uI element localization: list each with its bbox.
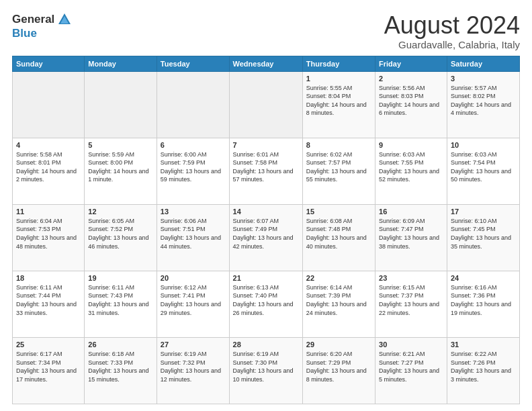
- day-info: Sunrise: 6:08 AM Sunset: 7:48 PM Dayligh…: [306, 217, 371, 250]
- day-number: 11: [16, 208, 81, 216]
- day-info: Sunrise: 5:56 AM Sunset: 8:03 PM Dayligh…: [379, 84, 443, 118]
- logo: General Blue: [12, 12, 72, 40]
- day-info: Sunrise: 6:00 AM Sunset: 7:59 PM Dayligh…: [161, 150, 226, 184]
- calendar-cell: 1Sunrise: 5:55 AM Sunset: 8:04 PM Daylig…: [302, 71, 375, 138]
- calendar-header-row: Sunday Monday Tuesday Wednesday Thursday…: [13, 56, 520, 71]
- calendar-week-row: 11Sunrise: 6:04 AM Sunset: 7:53 PM Dayli…: [13, 204, 520, 271]
- calendar-cell: 23Sunrise: 6:15 AM Sunset: 7:37 PM Dayli…: [375, 271, 447, 337]
- day-info: Sunrise: 6:18 AM Sunset: 7:33 PM Dayligh…: [88, 350, 153, 383]
- day-number: 1: [306, 75, 371, 83]
- day-number: 18: [16, 274, 81, 282]
- day-info: Sunrise: 6:17 AM Sunset: 7:34 PM Dayligh…: [16, 350, 81, 383]
- day-info: Sunrise: 5:57 AM Sunset: 8:02 PM Dayligh…: [451, 84, 516, 118]
- calendar-cell: 8Sunrise: 6:02 AM Sunset: 7:57 PM Daylig…: [302, 138, 375, 204]
- day-number: 12: [88, 208, 153, 216]
- calendar-week-row: 18Sunrise: 6:11 AM Sunset: 7:44 PM Dayli…: [13, 271, 520, 337]
- day-number: 5: [88, 141, 153, 149]
- day-info: Sunrise: 6:19 AM Sunset: 7:32 PM Dayligh…: [161, 350, 226, 383]
- day-number: 31: [451, 340, 516, 349]
- day-info: Sunrise: 6:10 AM Sunset: 7:45 PM Dayligh…: [451, 217, 516, 250]
- day-number: 13: [161, 208, 226, 216]
- day-info: Sunrise: 6:20 AM Sunset: 7:29 PM Dayligh…: [306, 350, 371, 383]
- day-number: 28: [233, 340, 299, 349]
- day-info: Sunrise: 5:58 AM Sunset: 8:01 PM Dayligh…: [16, 150, 81, 184]
- month-title: August 2024: [384, 12, 520, 39]
- day-number: 19: [88, 274, 153, 282]
- day-number: 4: [16, 141, 81, 149]
- day-info: Sunrise: 6:05 AM Sunset: 7:52 PM Dayligh…: [88, 217, 153, 250]
- page: General Blue August 2024 Guardavalle, Ca…: [0, 0, 532, 411]
- day-info: Sunrise: 6:09 AM Sunset: 7:47 PM Dayligh…: [379, 217, 443, 250]
- col-friday: Friday: [375, 56, 447, 71]
- day-info: Sunrise: 6:21 AM Sunset: 7:27 PM Dayligh…: [379, 350, 443, 383]
- calendar-week-row: 1Sunrise: 5:55 AM Sunset: 8:04 PM Daylig…: [13, 71, 520, 138]
- day-number: 26: [88, 340, 153, 349]
- day-number: 22: [306, 274, 371, 282]
- day-info: Sunrise: 6:07 AM Sunset: 7:49 PM Dayligh…: [233, 217, 299, 250]
- calendar-cell: 29Sunrise: 6:20 AM Sunset: 7:29 PM Dayli…: [302, 337, 375, 404]
- day-info: Sunrise: 6:13 AM Sunset: 7:40 PM Dayligh…: [233, 283, 299, 317]
- col-sunday: Sunday: [13, 56, 85, 71]
- day-info: Sunrise: 6:19 AM Sunset: 7:30 PM Dayligh…: [233, 350, 299, 383]
- day-number: 20: [161, 274, 226, 282]
- day-info: Sunrise: 6:11 AM Sunset: 7:44 PM Dayligh…: [16, 283, 81, 317]
- calendar-cell: [13, 71, 85, 138]
- day-info: Sunrise: 6:12 AM Sunset: 7:41 PM Dayligh…: [161, 283, 226, 317]
- col-thursday: Thursday: [302, 56, 375, 71]
- day-number: 25: [16, 340, 81, 349]
- calendar-cell: 11Sunrise: 6:04 AM Sunset: 7:53 PM Dayli…: [13, 204, 85, 271]
- calendar-cell: 5Sunrise: 5:59 AM Sunset: 8:00 PM Daylig…: [85, 138, 157, 204]
- day-info: Sunrise: 6:01 AM Sunset: 7:58 PM Dayligh…: [233, 150, 299, 184]
- calendar-cell: 14Sunrise: 6:07 AM Sunset: 7:49 PM Dayli…: [229, 204, 302, 271]
- location: Guardavalle, Calabria, Italy: [384, 39, 520, 50]
- calendar-cell: 10Sunrise: 6:03 AM Sunset: 7:54 PM Dayli…: [447, 138, 519, 204]
- calendar-cell: 20Sunrise: 6:12 AM Sunset: 7:41 PM Dayli…: [157, 271, 229, 337]
- day-info: Sunrise: 6:15 AM Sunset: 7:37 PM Dayligh…: [379, 283, 443, 317]
- day-info: Sunrise: 6:22 AM Sunset: 7:26 PM Dayligh…: [451, 350, 516, 383]
- calendar-cell: 19Sunrise: 6:11 AM Sunset: 7:43 PM Dayli…: [85, 271, 157, 337]
- calendar-cell: 25Sunrise: 6:17 AM Sunset: 7:34 PM Dayli…: [13, 337, 85, 404]
- day-info: Sunrise: 6:14 AM Sunset: 7:39 PM Dayligh…: [306, 283, 371, 317]
- header: General Blue August 2024 Guardavalle, Ca…: [12, 12, 520, 50]
- calendar-cell: 28Sunrise: 6:19 AM Sunset: 7:30 PM Dayli…: [229, 337, 302, 404]
- calendar-cell: 3Sunrise: 5:57 AM Sunset: 8:02 PM Daylig…: [447, 71, 519, 138]
- calendar-week-row: 25Sunrise: 6:17 AM Sunset: 7:34 PM Dayli…: [13, 337, 520, 404]
- col-monday: Monday: [85, 56, 157, 71]
- day-number: 10: [451, 141, 516, 149]
- col-saturday: Saturday: [447, 56, 519, 71]
- calendar-table: Sunday Monday Tuesday Wednesday Thursday…: [12, 56, 520, 404]
- day-info: Sunrise: 6:06 AM Sunset: 7:51 PM Dayligh…: [161, 217, 226, 250]
- day-number: 24: [451, 274, 516, 282]
- calendar-cell: 13Sunrise: 6:06 AM Sunset: 7:51 PM Dayli…: [157, 204, 229, 271]
- day-number: 7: [233, 141, 299, 149]
- day-number: 8: [306, 141, 371, 149]
- day-info: Sunrise: 6:03 AM Sunset: 7:54 PM Dayligh…: [451, 150, 516, 184]
- col-wednesday: Wednesday: [229, 56, 302, 71]
- day-info: Sunrise: 6:02 AM Sunset: 7:57 PM Dayligh…: [306, 150, 371, 184]
- calendar-cell: 9Sunrise: 6:03 AM Sunset: 7:55 PM Daylig…: [375, 138, 447, 204]
- day-info: Sunrise: 6:04 AM Sunset: 7:53 PM Dayligh…: [16, 217, 81, 250]
- day-number: 17: [451, 208, 516, 216]
- day-number: 3: [451, 75, 516, 83]
- logo-general-text: General: [12, 13, 54, 26]
- calendar-cell: 7Sunrise: 6:01 AM Sunset: 7:58 PM Daylig…: [229, 138, 302, 204]
- day-number: 9: [379, 141, 443, 149]
- day-number: 14: [233, 208, 299, 216]
- logo-blue-text: Blue: [12, 27, 37, 40]
- day-info: Sunrise: 5:59 AM Sunset: 8:00 PM Dayligh…: [88, 150, 153, 184]
- day-info: Sunrise: 6:03 AM Sunset: 7:55 PM Dayligh…: [379, 150, 443, 184]
- calendar-cell: 2Sunrise: 5:56 AM Sunset: 8:03 PM Daylig…: [375, 71, 447, 138]
- calendar-cell: 6Sunrise: 6:00 AM Sunset: 7:59 PM Daylig…: [157, 138, 229, 204]
- calendar-cell: [85, 71, 157, 138]
- day-number: 21: [233, 274, 299, 282]
- calendar-cell: 21Sunrise: 6:13 AM Sunset: 7:40 PM Dayli…: [229, 271, 302, 337]
- calendar-cell: [229, 71, 302, 138]
- day-number: 15: [306, 208, 371, 216]
- day-info: Sunrise: 6:11 AM Sunset: 7:43 PM Dayligh…: [88, 283, 153, 317]
- calendar-cell: 18Sunrise: 6:11 AM Sunset: 7:44 PM Dayli…: [13, 271, 85, 337]
- calendar-cell: 4Sunrise: 5:58 AM Sunset: 8:01 PM Daylig…: [13, 138, 85, 204]
- day-number: 16: [379, 208, 443, 216]
- day-number: 27: [161, 340, 226, 349]
- day-number: 6: [161, 141, 226, 149]
- calendar-cell: 12Sunrise: 6:05 AM Sunset: 7:52 PM Dayli…: [85, 204, 157, 271]
